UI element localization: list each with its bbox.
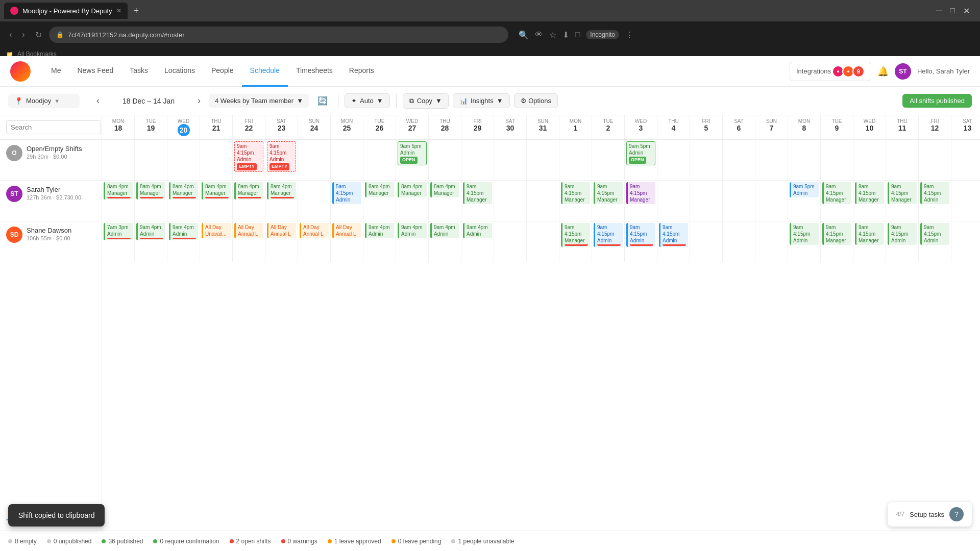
day-cell[interactable] [755, 221, 788, 262]
menu-icon[interactable]: ⋮ [625, 30, 633, 40]
day-cell[interactable]: 9am 4:15pm Admin [657, 221, 690, 262]
shift-card[interactable]: 9am 4:15pm Manager [594, 182, 623, 204]
day-cell[interactable]: 9am 4:15pm Manager [625, 181, 657, 221]
day-cell[interactable] [592, 140, 625, 180]
day-cell[interactable]: 9am 4:15pm Admin [919, 221, 951, 262]
day-cell[interactable] [919, 140, 951, 180]
day-cell[interactable] [363, 140, 396, 180]
nav-people[interactable]: People [203, 56, 242, 87]
shift-card[interactable]: All Day Annual L [332, 223, 361, 238]
shift-card[interactable]: 8am 4pm Manager [104, 182, 133, 199]
day-cell[interactable]: 9am 5pm Admin OPEN [396, 140, 429, 180]
day-cell[interactable] [559, 140, 592, 180]
day-cell[interactable] [527, 181, 559, 221]
shift-card[interactable]: All Day Annual L [267, 223, 296, 238]
day-cell[interactable]: 9am 4pm Admin [461, 221, 494, 262]
day-cell[interactable] [690, 221, 723, 262]
day-cell[interactable]: 8am 4pm Manager [167, 181, 200, 221]
shift-card[interactable]: 9am 4pm Admin [398, 223, 427, 238]
extensions-icon[interactable]: □ [575, 30, 580, 39]
day-cell[interactable]: 9am 4:15pm Admin [919, 181, 951, 221]
shift-card[interactable]: 9am 4:15pm Admin [920, 223, 949, 245]
day-cell[interactable]: 9am 4pm Admin [135, 221, 167, 262]
day-cell[interactable] [723, 140, 755, 180]
minimize-icon[interactable]: ─ [936, 6, 942, 16]
next-period-button[interactable]: › [193, 93, 205, 108]
shift-card[interactable]: 9am 4:15pm Manager [561, 223, 590, 247]
insights-button[interactable]: 📊 Insights ▼ [453, 93, 510, 108]
shift-card[interactable]: 8am 4pm Manager [234, 182, 263, 199]
day-cell[interactable]: All Day Annual L [298, 221, 331, 262]
logo[interactable] [10, 61, 31, 82]
prev-period-button[interactable]: ‹ [92, 93, 104, 108]
day-cell[interactable]: 8am 4pm Manager [429, 181, 461, 221]
day-cell[interactable] [853, 140, 886, 180]
day-cell[interactable]: 9am 4pm Admin [396, 221, 429, 262]
shift-card[interactable]: 9am 4:15pm Manager [888, 182, 917, 204]
day-cell[interactable]: 9am 4:15pm Admin EMPTY [233, 140, 265, 180]
back-button[interactable]: ‹ [6, 28, 15, 41]
tab-close-icon[interactable]: ✕ [116, 7, 121, 14]
shift-card[interactable]: 8am 4pm Manager [267, 182, 296, 199]
shift-card[interactable]: All Day Annual L [300, 223, 329, 238]
notification-bell-icon[interactable]: 🔔 [877, 66, 889, 77]
day-cell[interactable]: 9am 4pm Admin [363, 221, 396, 262]
day-cell[interactable] [657, 140, 690, 180]
day-cell[interactable] [494, 140, 527, 180]
shift-card[interactable]: 8am 4pm Manager [136, 182, 165, 199]
help-button[interactable]: ? [949, 507, 964, 521]
day-cell[interactable]: 9am 4:15pm Manager [821, 181, 853, 221]
day-cell[interactable] [135, 140, 167, 180]
day-cell[interactable]: 9am 4:15pm Manager [853, 221, 886, 262]
day-cell[interactable] [167, 140, 200, 180]
shift-card[interactable]: 9am 4:15pm Manager [822, 223, 851, 245]
day-cell[interactable] [527, 140, 559, 180]
shift-card[interactable]: 9am 4:15pm Manager [855, 223, 884, 245]
day-cell[interactable]: 9am 4:15pm Admin EMPTY [265, 140, 298, 180]
day-cell[interactable]: All Day Annual L [233, 221, 265, 262]
search-input[interactable] [6, 120, 101, 134]
day-cell[interactable]: 9am 4:15pm Manager [592, 181, 625, 221]
day-cell[interactable] [331, 140, 363, 180]
shift-card[interactable]: 9am 4:15pm Manager [561, 182, 590, 204]
download-icon[interactable]: ⬇ [562, 30, 569, 40]
day-cell[interactable] [429, 140, 461, 180]
setup-tasks-widget[interactable]: 4/7 Setup tasks ? [888, 502, 972, 527]
close-icon[interactable]: ✕ [963, 6, 970, 16]
auto-button[interactable]: ✦ Auto ▼ [345, 93, 390, 108]
nav-tasks[interactable]: Tasks [121, 56, 156, 87]
forward-button[interactable]: › [19, 28, 28, 41]
shift-card[interactable]: All Day Unavail... [202, 223, 231, 238]
shift-card[interactable]: 8am 4pm Manager [398, 182, 427, 197]
integrations-button[interactable]: Integrations ● ● 9 [790, 62, 871, 81]
day-cell[interactable] [690, 181, 723, 221]
user-avatar[interactable]: ST [895, 63, 911, 80]
day-cell[interactable]: All Day Annual L [265, 221, 298, 262]
day-cell[interactable] [755, 181, 788, 221]
shift-card[interactable]: 9am 4pm Admin [463, 223, 492, 238]
shift-card[interactable]: 9am 5pm Admin OPEN [398, 141, 427, 165]
location-selector[interactable]: 📍 Moodjoy ▼ [8, 94, 80, 108]
day-cell[interactable] [723, 221, 755, 262]
shift-card[interactable]: 9am 4:15pm Admin [594, 223, 623, 247]
day-cell[interactable]: 9am 4:15pm Admin [592, 221, 625, 262]
day-cell[interactable] [690, 140, 723, 180]
day-cell[interactable]: 9am 5pm Admin OPEN [625, 140, 657, 180]
day-cell[interactable] [951, 181, 980, 221]
day-cell[interactable]: 9am 4:15pm Admin [788, 221, 821, 262]
nav-schedule[interactable]: Schedule [242, 56, 288, 87]
view-selector[interactable]: 4 Weeks by Team member ▼ [209, 94, 309, 108]
shift-card[interactable]: 9am 4:15pm Admin [659, 223, 688, 247]
shift-card[interactable]: 9am 4pm Admin [365, 223, 394, 238]
shift-card[interactable]: 9am 4:15pm Admin [888, 223, 917, 245]
shift-card[interactable]: 9am 4pm Admin [169, 223, 198, 240]
shift-card[interactable]: All Day Annual L [234, 223, 263, 238]
day-cell[interactable] [461, 140, 494, 180]
day-cell[interactable] [102, 140, 135, 180]
nav-timesheets[interactable]: Timesheets [288, 56, 341, 87]
day-cell[interactable]: All Day Annual L [331, 221, 363, 262]
shift-card[interactable]: 9am 4pm Admin [430, 223, 459, 238]
shift-card[interactable]: 9am 4:15pm Admin EMPTY [234, 141, 263, 172]
nav-reports[interactable]: Reports [341, 56, 382, 87]
maximize-icon[interactable]: □ [950, 6, 955, 16]
